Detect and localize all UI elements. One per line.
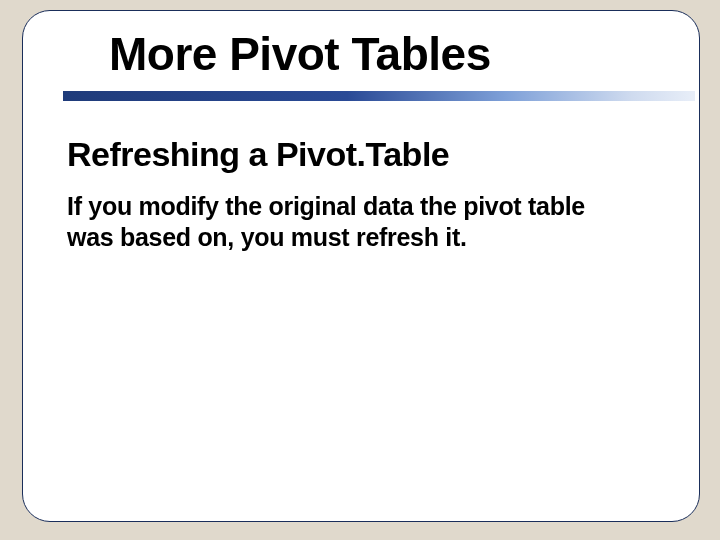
slide-body-text: If you modify the original data the pivo… <box>67 191 627 252</box>
slide-title: More Pivot Tables <box>109 27 491 81</box>
title-underline <box>63 91 695 101</box>
slide-card: More Pivot Tables Refreshing a Pivot.Tab… <box>22 10 700 522</box>
slide-subtitle: Refreshing a Pivot.Table <box>67 135 449 174</box>
